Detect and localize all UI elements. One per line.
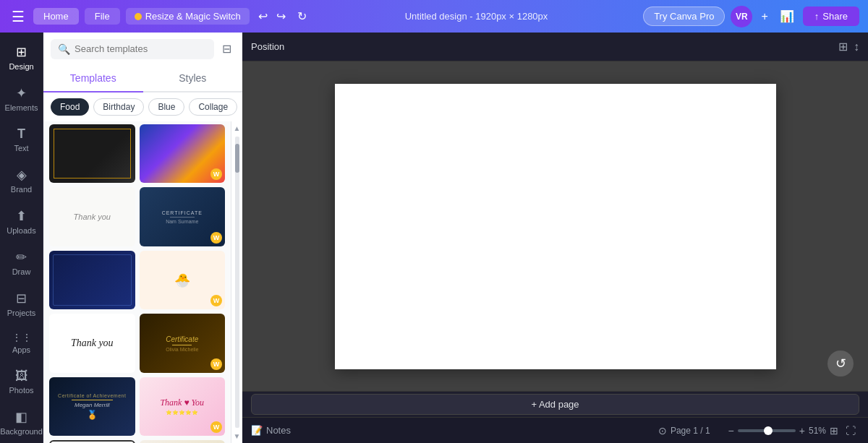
template-card[interactable]: Certificate Olivia Michelle W xyxy=(140,314,226,372)
sidebar-item-elements[interactable]: ✦ Elements xyxy=(2,79,41,118)
tab-styles[interactable]: Styles xyxy=(143,65,243,93)
main-layout: ⊞ Design ✦ Elements T Text ◈ Brand ⬆ Upl… xyxy=(0,33,868,443)
template-card[interactable]: Certificate Sarah Family 🏆 W xyxy=(140,440,226,443)
canvas-main[interactable]: ↺ xyxy=(242,61,868,391)
sidebar-label-draw: Draw xyxy=(12,267,31,276)
sidebar-item-background[interactable]: ◧ Background xyxy=(2,403,41,442)
fullscreen-button[interactable]: ⛶ xyxy=(842,423,859,438)
canvas-header-title: Position xyxy=(251,41,284,52)
tabs-row: Templates Styles xyxy=(43,65,242,93)
stats-button[interactable]: 📊 xyxy=(777,7,797,26)
chip-food[interactable]: Food xyxy=(51,98,89,116)
zoom-in-button[interactable]: + xyxy=(796,423,809,438)
template-card[interactable]: CERTIFICATE Nam Surname W xyxy=(140,187,226,246)
photos-icon: 🖼 xyxy=(15,369,28,384)
sidebar-item-photos[interactable]: 🖼 Photos xyxy=(2,363,41,400)
notes-button[interactable]: 📝 Notes xyxy=(251,425,291,436)
zoom-out-button[interactable]: − xyxy=(725,423,738,438)
avatar[interactable]: VR xyxy=(731,6,752,27)
share-button[interactable]: ↑ Share xyxy=(803,7,859,26)
chip-blue[interactable]: Blue xyxy=(148,98,184,116)
template-card[interactable]: 🐣 W xyxy=(140,251,226,309)
sidebar-label-design: Design xyxy=(9,62,33,71)
canvas-header: Position ⊞ ↕ xyxy=(242,33,868,61)
templates-grid-container: W Thank you CERTIFICATE Nam Surname W xyxy=(43,121,242,443)
sidebar-item-projects[interactable]: ⊟ Projects xyxy=(2,285,41,323)
sidebar-item-brand[interactable]: ◈ Brand xyxy=(2,161,41,199)
brand-icon: ◈ xyxy=(17,167,27,183)
rotate-handle[interactable]: ↺ xyxy=(827,350,854,377)
sidebar-label-brand: Brand xyxy=(11,185,32,194)
sidebar-label-text: Text xyxy=(14,144,28,152)
chip-collage[interactable]: Collage xyxy=(189,98,237,116)
search-input[interactable] xyxy=(75,43,207,54)
template-card[interactable] xyxy=(49,124,135,183)
template-card[interactable] xyxy=(49,251,135,309)
plus-button[interactable]: + xyxy=(758,7,770,26)
sidebar-label-elements: Elements xyxy=(5,103,38,112)
page-info: Page 1 / 1 xyxy=(671,426,710,436)
chips-row: Food Birthday Blue Collage › xyxy=(43,93,242,121)
sidebar-item-design[interactable]: ⊞ Design xyxy=(2,38,41,77)
redo-button[interactable]: ↪ xyxy=(273,7,289,26)
sidebar-label-projects: Projects xyxy=(7,309,36,317)
tab-templates[interactable]: Templates xyxy=(43,65,143,93)
filter-icon: ⊟ xyxy=(222,43,231,55)
template-card[interactable]: CERTIFICATE Alexandra Andreeva xyxy=(49,440,135,443)
magic-switch-button[interactable]: Resize & Magic Switch xyxy=(126,8,250,25)
home-button[interactable]: Home xyxy=(33,8,79,25)
apps-icon: ⋮⋮ xyxy=(12,332,32,343)
scroll-down-button[interactable]: ▼ xyxy=(232,429,242,443)
design-icon: ⊞ xyxy=(16,44,27,60)
chip-birthday[interactable]: Birthday xyxy=(93,98,144,116)
scroll-up-button[interactable]: ▲ xyxy=(232,121,242,135)
templates-panel: 🔍 ⊟ Templates Styles Food Birthday Blue … xyxy=(43,33,242,443)
sidebar-item-uploads[interactable]: ⬆ Uploads xyxy=(2,202,41,241)
copy-frame-button[interactable]: ⊞ xyxy=(838,40,848,53)
share-icon: ↑ xyxy=(814,11,820,22)
zoom-slider[interactable] xyxy=(738,429,796,432)
filter-button[interactable]: ⊟ xyxy=(218,38,235,59)
templates-scroll[interactable]: W Thank you CERTIFICATE Nam Surname W xyxy=(43,121,231,443)
add-page-button[interactable]: + Add page xyxy=(251,394,859,415)
template-card[interactable]: Certificate of Achievement Megan Merrill… xyxy=(49,377,135,436)
sidebar-label-uploads: Uploads xyxy=(7,226,35,235)
scroll-track: ▲ ▼ xyxy=(231,121,242,443)
template-card[interactable]: Thank you xyxy=(49,187,135,246)
pro-badge: W xyxy=(210,295,222,306)
canvas-area: Position ⊞ ↕ ↺ + Add page 📝 Notes xyxy=(242,33,868,443)
try-pro-button[interactable]: Try Canva Pro xyxy=(643,7,725,26)
menu-button[interactable]: ☰ xyxy=(9,5,27,28)
canvas-header-icons: ⊞ ↕ xyxy=(838,40,859,53)
template-card[interactable]: W xyxy=(140,124,226,183)
document-title: Untitled design - 1920px × 1280px xyxy=(405,11,548,22)
magic-dot-icon xyxy=(135,13,142,20)
text-icon: T xyxy=(17,126,25,142)
pro-badge: W xyxy=(210,232,222,244)
pro-badge: W xyxy=(210,168,222,180)
file-button[interactable]: File xyxy=(85,8,120,25)
topbar: ☰ Home File Resize & Magic Switch ↩ ↪ ↻ … xyxy=(0,0,868,33)
sidebar-label-photos: Photos xyxy=(9,386,33,395)
undo-button[interactable]: ↩ xyxy=(255,7,271,26)
template-card[interactable]: Thank ♥ You ⭐⭐⭐⭐⭐ W xyxy=(140,377,226,436)
zoom-thumb xyxy=(764,426,773,435)
sidebar-item-draw[interactable]: ✏ Draw xyxy=(2,244,41,282)
undo-redo-group: ↩ ↪ xyxy=(255,7,289,26)
pro-badge: W xyxy=(210,358,222,370)
refresh-button[interactable]: ↻ xyxy=(294,7,310,26)
sidebar-label-apps: Apps xyxy=(12,345,30,354)
zoom-percent: 51% xyxy=(809,426,826,436)
sidebar-item-apps[interactable]: ⋮⋮ Apps xyxy=(2,326,41,360)
uploads-icon: ⬆ xyxy=(16,208,27,224)
footer-bar: 📝 Notes ⊙ Page 1 / 1 − + 51% ⊞ ⛶ xyxy=(242,417,868,443)
template-card[interactable]: Thank you xyxy=(49,314,135,372)
page-nav-icon[interactable]: ⊙ xyxy=(655,423,671,438)
icon-sidebar: ⊞ Design ✦ Elements T Text ◈ Brand ⬆ Upl… xyxy=(0,33,43,443)
sidebar-item-text[interactable]: T Text xyxy=(2,121,41,158)
background-icon: ◧ xyxy=(15,409,27,425)
grid-view-button[interactable]: ⊞ xyxy=(826,423,842,438)
search-icon: 🔍 xyxy=(58,43,70,55)
draw-icon: ✏ xyxy=(16,249,27,265)
resize-button[interactable]: ↕ xyxy=(854,40,859,53)
